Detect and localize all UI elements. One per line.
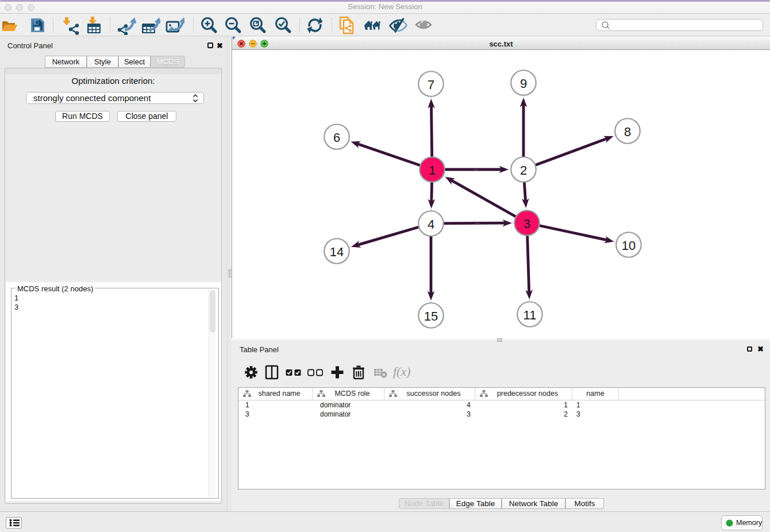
svg-text:3: 3 <box>523 217 530 231</box>
svg-text:4: 4 <box>428 217 434 232</box>
svg-text:2: 2 <box>520 163 527 178</box>
svg-text:14: 14 <box>330 245 344 259</box>
svg-text:11: 11 <box>523 308 537 322</box>
svg-text:6: 6 <box>333 130 340 145</box>
svg-text:15: 15 <box>424 309 438 323</box>
svg-text:10: 10 <box>622 238 636 253</box>
svg-text:7: 7 <box>428 78 434 92</box>
svg-text:1: 1 <box>429 163 436 178</box>
svg-text:8: 8 <box>624 125 631 139</box>
svg-text:9: 9 <box>520 76 527 91</box>
